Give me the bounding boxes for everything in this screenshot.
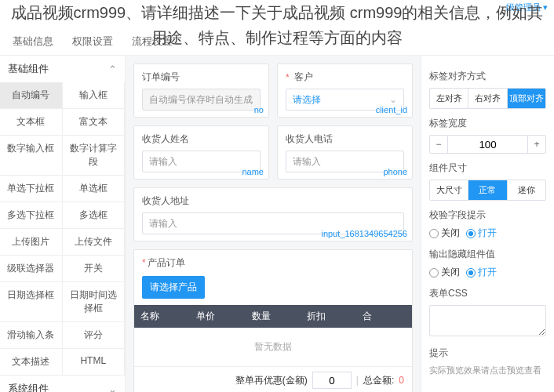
radio-label: 关闭 — [441, 227, 460, 240]
prop-validate-label: 校验字段提示 — [429, 209, 546, 222]
align-group: 左对齐 右对齐 顶部对齐 — [429, 88, 546, 109]
size-large[interactable]: 大尺寸 — [430, 180, 468, 200]
field-label: 客户 — [286, 71, 404, 84]
component-item[interactable]: 输入框 — [63, 82, 126, 109]
table-footer: 整单再优惠(金额) | 总金额: 0 — [134, 366, 412, 392]
chevron-down-icon: ⌄ — [389, 94, 397, 105]
divider: | — [356, 375, 359, 386]
tab-permission[interactable]: 权限设置 — [72, 34, 113, 55]
group-basic-label: 基础组件 — [8, 62, 49, 76]
field-id: no — [254, 105, 264, 114]
hint-text: 实际预览效果请点击预览查看 — [429, 365, 546, 376]
col-name: 名称 — [134, 305, 190, 328]
validate-off[interactable]: 关闭 — [429, 227, 460, 240]
component-item[interactable]: 日期时间选择框 — [63, 282, 126, 322]
component-item[interactable]: 自动编号 — [0, 82, 63, 109]
form-canvas: 订单编号 自动编号保存时自动生成 no 客户 请选择 ⌄ client_id 收… — [126, 56, 421, 392]
field-label: 产品订单 — [134, 250, 412, 276]
stepper-minus[interactable]: − — [430, 136, 447, 153]
align-right[interactable]: 右对齐 — [468, 89, 506, 108]
auto-number-input: 自动编号保存时自动生成 — [142, 89, 261, 111]
component-item[interactable]: 上传图片 — [0, 229, 63, 256]
field-label: 订单编号 — [142, 71, 261, 84]
component-item[interactable]: 单选下拉框 — [0, 176, 63, 202]
component-item[interactable]: 富文本 — [63, 109, 126, 136]
component-item[interactable]: 多选下拉框 — [0, 202, 63, 229]
size-mini[interactable]: 迷你 — [507, 180, 545, 200]
radio-icon — [429, 229, 439, 238]
component-item[interactable]: HTML — [63, 349, 126, 376]
top-tabs: 基础信息 权限设置 流程设置 — [0, 0, 554, 56]
component-sidebar: 基础组件 ⌃ 自动编号输入框文本框富文本数字输入框数字计算字段单选下拉框单选框多… — [0, 56, 126, 392]
field-recv-phone[interactable]: 收货人电话 请输入 phone — [277, 125, 413, 180]
component-item[interactable]: 评分 — [63, 322, 126, 349]
component-item[interactable]: 上传文件 — [63, 229, 126, 256]
select-placeholder: 请选择 — [293, 93, 321, 107]
discount-label: 整单再优惠(金额) — [235, 374, 308, 387]
component-item[interactable]: 开关 — [63, 256, 126, 282]
field-id: input_1681349654256 — [321, 229, 407, 238]
chevron-up-icon: ⌃ — [108, 64, 117, 75]
field-product-order[interactable]: 产品订单 请选择产品 名称 单价 数量 折扣 合 暂无数据 整单再优惠(金额) … — [133, 249, 413, 392]
col-sum: 合 — [356, 305, 412, 328]
field-recv-addr[interactable]: 收货人地址 请输入 input_1681349654256 — [133, 187, 413, 241]
user-badge[interactable]: 级管理员 ▾ — [506, 2, 548, 13]
radio-icon — [466, 229, 476, 238]
component-item[interactable]: 级联选择器 — [0, 256, 63, 282]
component-item[interactable]: 数字输入框 — [0, 136, 63, 176]
prop-hideval-label: 输出隐藏组件值 — [429, 248, 546, 261]
align-left[interactable]: 左对齐 — [430, 89, 468, 108]
select-product-button[interactable]: 请选择产品 — [142, 276, 205, 299]
prop-align-label: 标签对齐方式 — [429, 70, 546, 83]
group-system-comp[interactable]: 系统组件 ⌄ — [0, 376, 125, 392]
discount-input[interactable] — [312, 372, 352, 389]
field-label: 收货人姓名 — [142, 132, 261, 146]
group-system-comp-label: 系统组件 — [8, 382, 49, 392]
col-discount: 折扣 — [301, 305, 356, 328]
field-id: client_id — [376, 105, 407, 114]
hideval-off[interactable]: 关闭 — [429, 266, 460, 279]
total-value: 0 — [399, 375, 404, 386]
total-label: 总金额: — [363, 374, 394, 387]
table-header: 名称 单价 数量 折扣 合 — [134, 305, 412, 328]
stepper-value[interactable] — [447, 136, 528, 153]
css-textarea[interactable] — [429, 305, 546, 336]
prop-css-label: 表单CSS — [429, 287, 546, 300]
align-top[interactable]: 顶部对齐 — [507, 89, 545, 108]
col-price: 单价 — [190, 305, 246, 328]
component-item[interactable]: 文本框 — [0, 109, 63, 136]
component-item[interactable]: 日期选择框 — [0, 282, 63, 322]
tab-flow[interactable]: 流程设置 — [132, 34, 173, 55]
radio-label: 打开 — [478, 227, 497, 240]
component-item[interactable]: 单选框 — [63, 176, 126, 202]
stepper-plus[interactable]: + — [528, 136, 545, 153]
table-empty: 暂无数据 — [134, 328, 412, 366]
hideval-on[interactable]: 打开 — [466, 266, 497, 279]
label-width-stepper[interactable]: − + — [429, 135, 546, 154]
size-normal[interactable]: 正常 — [468, 180, 506, 200]
properties-panel: 标签对齐方式 左对齐 右对齐 顶部对齐 标签宽度 − + 组件尺寸 大尺寸 正常… — [421, 56, 554, 392]
prop-size-label: 组件尺寸 — [429, 162, 546, 175]
field-recv-name[interactable]: 收货人姓名 请输入 name — [133, 125, 269, 180]
field-id: name — [242, 167, 264, 176]
field-order-no[interactable]: 订单编号 自动编号保存时自动生成 no — [133, 64, 269, 118]
prop-width-label: 标签宽度 — [429, 117, 546, 130]
radio-icon — [466, 268, 476, 278]
group-basic[interactable]: 基础组件 ⌃ — [0, 56, 125, 82]
component-item[interactable]: 滑动输入条 — [0, 322, 63, 349]
validate-on[interactable]: 打开 — [466, 227, 497, 240]
field-label: 收货人电话 — [286, 132, 404, 146]
component-item[interactable]: 多选框 — [63, 202, 126, 229]
radio-icon — [429, 268, 439, 278]
col-qty: 数量 — [246, 305, 301, 328]
size-group: 大尺寸 正常 迷你 — [429, 180, 546, 201]
component-item[interactable]: 文本描述 — [0, 349, 63, 376]
chevron-down-icon: ⌄ — [108, 383, 117, 393]
radio-label: 打开 — [478, 266, 497, 279]
field-client[interactable]: 客户 请选择 ⌄ client_id — [277, 64, 413, 118]
tab-basic[interactable]: 基础信息 — [13, 34, 53, 55]
field-id: phone — [383, 167, 407, 176]
prop-hint-label: 提示 — [429, 347, 546, 360]
component-item[interactable]: 数字计算字段 — [63, 136, 126, 176]
radio-label: 关闭 — [441, 266, 460, 279]
